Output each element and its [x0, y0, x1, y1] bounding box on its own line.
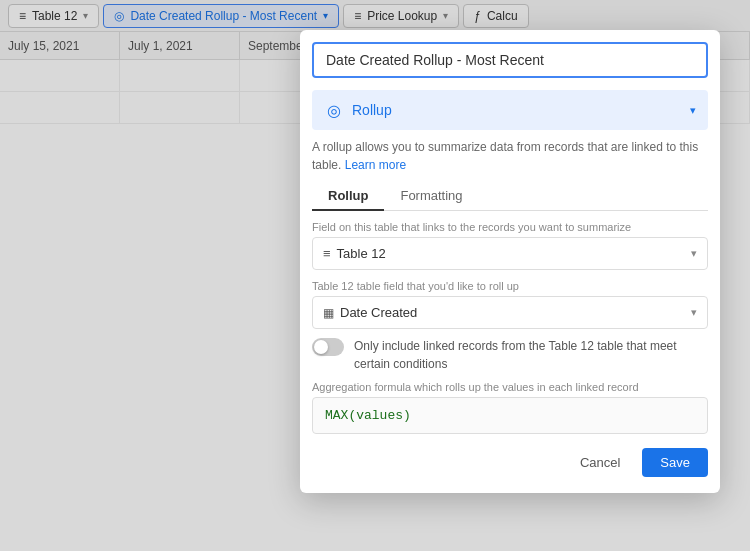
modal-footer: Cancel Save	[312, 448, 708, 477]
conditions-toggle[interactable]	[312, 338, 344, 356]
linked-table-dropdown-icon: ≡	[323, 246, 331, 261]
toggle-thumb	[314, 340, 328, 354]
tab-formatting[interactable]: Formatting	[384, 182, 478, 211]
linked-table-section-label: Field on this table that links to the re…	[312, 221, 708, 233]
sub-tabs: Rollup Formatting	[312, 182, 708, 211]
linked-table-dropdown-left: ≡ Table 12	[323, 246, 386, 261]
tab-rollup[interactable]: Rollup	[312, 182, 384, 211]
field-type-chevron-icon: ▾	[690, 104, 696, 117]
rollup-field-dropdown-chevron-icon: ▾	[691, 306, 697, 319]
linked-table-dropdown[interactable]: ≡ Table 12 ▾	[312, 237, 708, 270]
formula-text: MAX(values)	[325, 408, 411, 423]
rollup-field-dropdown[interactable]: ▦ Date Created ▾	[312, 296, 708, 329]
rollup-type-icon: ◎	[324, 100, 344, 120]
linked-table-dropdown-value: Table 12	[337, 246, 386, 261]
field-type-left: ◎ Rollup	[324, 100, 392, 120]
field-type-selector[interactable]: ◎ Rollup ▾	[312, 90, 708, 130]
formula-box[interactable]: MAX(values)	[312, 397, 708, 434]
conditions-toggle-row: Only include linked records from the Tab…	[312, 337, 708, 373]
field-type-label: Rollup	[352, 102, 392, 118]
formula-section-label: Aggregation formula which rolls up the v…	[312, 381, 708, 393]
cancel-button[interactable]: Cancel	[566, 448, 634, 477]
field-editor-modal: ◎ Rollup ▾ A rollup allows you to summar…	[300, 30, 720, 493]
save-button[interactable]: Save	[642, 448, 708, 477]
rollup-field-dropdown-icon: ▦	[323, 306, 334, 320]
linked-table-dropdown-chevron-icon: ▾	[691, 247, 697, 260]
rollup-field-dropdown-value: Date Created	[340, 305, 417, 320]
learn-more-link[interactable]: Learn more	[345, 158, 406, 172]
rollup-field-dropdown-left: ▦ Date Created	[323, 305, 417, 320]
field-type-description: A rollup allows you to summarize data fr…	[312, 138, 708, 174]
rollup-field-section-label: Table 12 table field that you'd like to …	[312, 280, 708, 292]
field-name-input[interactable]	[312, 42, 708, 78]
conditions-toggle-label: Only include linked records from the Tab…	[354, 337, 708, 373]
